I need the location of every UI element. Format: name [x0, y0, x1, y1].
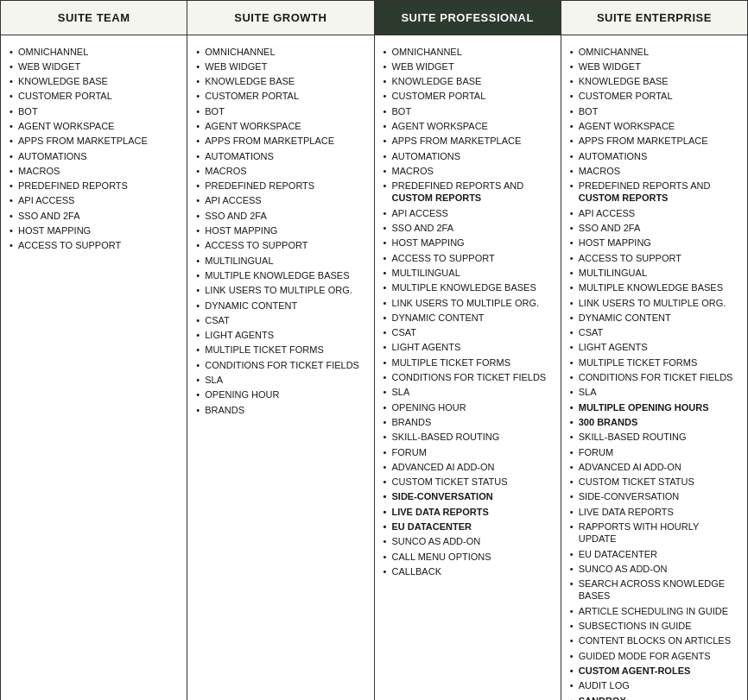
list-item: API ACCESS — [384, 205, 552, 220]
list-item: API ACCESS — [570, 205, 738, 220]
list-item: MULTIPLE TICKET FORMS — [196, 343, 364, 357]
list-item: SKILL-BASED ROUTING — [384, 430, 552, 445]
list-item: APPS FROM MARKETPLACE — [570, 134, 738, 148]
plan-features-suite-professional: OMNICHANNELWEB WIDGETKNOWLEDGE BASECUSTO… — [375, 35, 561, 700]
list-item: AGENT WORKSPACE — [570, 118, 738, 133]
list-item: CONDITIONS FOR TICKET FIELDS — [384, 370, 552, 385]
list-item: DYNAMIC CONTENT — [384, 310, 552, 325]
list-item: CUSTOM AGENT-ROLES — [570, 663, 738, 678]
list-item: AGENT WORKSPACE — [384, 118, 552, 133]
list-item: HOST MAPPING — [570, 236, 738, 250]
list-item: BRANDS — [384, 414, 552, 429]
list-item: WEB WIDGET — [196, 59, 364, 73]
list-item: DYNAMIC CONTENT — [196, 298, 364, 312]
list-item: SSO AND 2FA — [10, 208, 178, 223]
list-item: SUBSECTIONS IN GUIDE — [570, 619, 738, 634]
list-item: LIGHT AGENTS — [384, 340, 552, 355]
list-item: SSO AND 2FA — [384, 221, 552, 236]
list-item: CUSTOMER PORTAL — [196, 89, 364, 104]
list-item: BOT — [384, 104, 552, 118]
list-item: HOST MAPPING — [384, 236, 552, 250]
list-item: CSAT — [196, 312, 364, 327]
list-item: LINK USERS TO MULTIPLE ORG. — [196, 283, 364, 298]
list-item: ADVANCED AI ADD-ON — [570, 459, 738, 474]
list-item: DYNAMIC CONTENT — [570, 310, 738, 325]
list-item: ADVANCED AI ADD-ON — [384, 459, 552, 474]
list-item: KNOWLEDGE BASE — [384, 74, 552, 89]
list-item: APPS FROM MARKETPLACE — [196, 134, 364, 148]
list-item: CONDITIONS FOR TICKET FIELDS — [570, 370, 738, 385]
list-item: CONDITIONS FOR TICKET FIELDS — [196, 357, 364, 372]
list-item: API ACCESS — [10, 193, 178, 208]
list-item: SIDE-CONVERSATION — [384, 489, 552, 504]
list-item: KNOWLEDGE BASE — [10, 74, 178, 89]
list-item: PREDEFINED REPORTS AND CUSTOM REPORTS — [384, 179, 552, 206]
plan-column-suite-team: SUITE TEAMOMNICHANNELWEB WIDGETKNOWLEDGE… — [1, 1, 187, 700]
list-item: ARTICLE SCHEDULING IN GUIDE — [570, 603, 738, 618]
list-item: SLA — [570, 385, 738, 400]
list-item: MULTIPLE KNOWLEDGE BASES — [384, 281, 552, 295]
list-item: FORUM — [384, 445, 552, 459]
list-item: AUTOMATIONS — [10, 148, 178, 163]
list-item: OPENING HOUR — [196, 388, 364, 402]
list-item: BOT — [10, 104, 178, 118]
list-item: LINK USERS TO MULTIPLE ORG. — [384, 295, 552, 310]
list-item: SUNCO AS ADD-ON — [570, 561, 738, 576]
list-item: WEB WIDGET — [570, 59, 738, 73]
list-item: MULTIPLE TICKET FORMS — [384, 355, 552, 369]
list-item: CSAT — [570, 325, 738, 340]
list-item: KNOWLEDGE BASE — [570, 74, 738, 89]
list-item: AUDIT LOG — [570, 678, 738, 693]
list-item: PREDEFINED REPORTS — [10, 179, 178, 193]
list-item: OMNICHANNEL — [384, 44, 552, 59]
list-item: CUSTOMER PORTAL — [570, 89, 738, 104]
list-item: WEB WIDGET — [384, 59, 552, 73]
list-item: MULTIPLE KNOWLEDGE BASES — [570, 281, 738, 295]
list-item: CSAT — [384, 325, 552, 340]
list-item: CALL MENU OPTIONS — [384, 549, 552, 564]
list-item: 300 BRANDS — [570, 414, 738, 429]
list-item: PREDEFINED REPORTS AND CUSTOM REPORTS — [570, 179, 738, 206]
plan-column-suite-professional: SUITE PROFESSIONALOMNICHANNELWEB WIDGETK… — [375, 1, 561, 700]
list-item: MULTIPLE KNOWLEDGE BASES — [196, 268, 364, 282]
list-item: AUTOMATIONS — [196, 148, 364, 163]
list-item: ACCESS TO SUPPORT — [570, 250, 738, 265]
list-item: SLA — [384, 385, 552, 400]
list-item: CUSTOM TICKET STATUS — [384, 475, 552, 489]
list-item: CUSTOM TICKET STATUS — [570, 475, 738, 489]
list-item: MULTILINGUAL — [570, 265, 738, 280]
list-item: AUTOMATIONS — [570, 148, 738, 163]
list-item: ACCESS TO SUPPORT — [196, 238, 364, 253]
list-item: MULTILINGUAL — [384, 265, 552, 280]
list-item: OMNICHANNEL — [570, 44, 738, 59]
list-item: CONTENT BLOCKS ON ARTICLES — [570, 634, 738, 648]
list-item: OPENING HOUR — [384, 400, 552, 414]
list-item: SANDBOX — [570, 693, 738, 700]
list-item: SLA — [196, 373, 364, 388]
plan-features-suite-growth: OMNICHANNELWEB WIDGETKNOWLEDGE BASECUSTO… — [187, 35, 373, 700]
list-item: OMNICHANNEL — [10, 44, 178, 59]
list-item: CALLBACK — [384, 564, 552, 578]
list-item: MULTIPLE OPENING HOURS — [570, 400, 738, 414]
list-item: BOT — [570, 104, 738, 118]
plan-header-suite-team: SUITE TEAM — [1, 1, 187, 35]
list-item: APPS FROM MARKETPLACE — [10, 134, 178, 148]
list-item: AGENT WORKSPACE — [196, 118, 364, 133]
list-item: LINK USERS TO MULTIPLE ORG. — [570, 295, 738, 310]
list-item: AGENT WORKSPACE — [10, 118, 178, 133]
list-item: GUIDED MODE FOR AGENTS — [570, 648, 738, 663]
list-item: MULTILINGUAL — [196, 253, 364, 268]
list-item: FORUM — [570, 445, 738, 459]
list-item: SEARCH ACROSS KNOWLEDGE BASES — [570, 577, 738, 604]
list-item: MACROS — [570, 163, 738, 178]
list-item: RAPPORTS WITH HOURLY UPDATE — [570, 520, 738, 547]
list-item: CUSTOMER PORTAL — [10, 89, 178, 104]
plan-features-suite-team: OMNICHANNELWEB WIDGETKNOWLEDGE BASECUSTO… — [1, 35, 187, 700]
list-item: WEB WIDGET — [10, 59, 178, 73]
list-item: SKILL-BASED ROUTING — [570, 430, 738, 445]
list-item: HOST MAPPING — [10, 224, 178, 238]
plan-header-suite-enterprise: SUITE ENTERPRISE — [561, 1, 747, 35]
list-item: MACROS — [384, 163, 552, 178]
list-item: MULTIPLE TICKET FORMS — [570, 355, 738, 369]
list-item: EU DATACENTER — [570, 546, 738, 561]
